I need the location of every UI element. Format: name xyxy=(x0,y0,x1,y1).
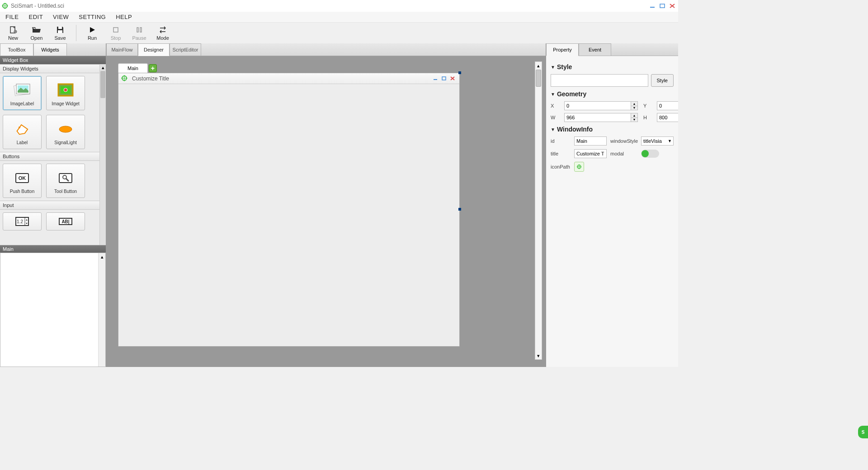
spin-down-icon[interactable]: ▼ xyxy=(631,106,637,110)
tab-toolbox[interactable]: ToolBox xyxy=(0,43,33,56)
scroll-down-icon[interactable]: ▾ xyxy=(535,352,542,359)
caret-down-icon: ▼ xyxy=(551,92,555,97)
scrollbar-thumb[interactable] xyxy=(536,70,541,87)
scroll-up-icon[interactable]: ▴ xyxy=(100,64,106,70)
section-windowinfo[interactable]: ▼WindowInfo xyxy=(551,126,674,133)
widget-label[interactable]: Label xyxy=(3,115,42,149)
design-close-icon[interactable] xyxy=(449,75,457,82)
menu-edit[interactable]: EDIT xyxy=(26,13,46,21)
title-field[interactable] xyxy=(574,149,607,158)
svg-text:OK: OK xyxy=(19,175,26,181)
menu-view[interactable]: VIEW xyxy=(50,13,71,21)
tab-designer[interactable]: Designer xyxy=(138,43,170,56)
svg-rect-4 xyxy=(660,4,665,8)
open-button[interactable]: Open xyxy=(27,25,46,41)
scroll-up-icon[interactable]: ▴ xyxy=(535,62,542,69)
tree-body[interactable]: ▴ xyxy=(0,253,106,367)
style-value-field[interactable] xyxy=(551,74,648,87)
canvas-area[interactable]: Main + Customize Title ▴ xyxy=(106,56,546,367)
widget-imagewidget[interactable]: Image Widget xyxy=(46,76,85,110)
section-style[interactable]: ▼Style xyxy=(551,63,674,70)
design-maximize-icon[interactable] xyxy=(441,75,448,82)
svg-point-21 xyxy=(64,88,67,92)
widget-signallight[interactable]: SignalLight xyxy=(46,115,85,149)
iconpath-button[interactable] xyxy=(574,162,584,172)
tab-mainflow[interactable]: MainFlow xyxy=(106,43,138,56)
tree-root-label[interactable]: Main xyxy=(0,245,106,253)
new-label: New xyxy=(8,35,18,41)
save-label: Save xyxy=(54,35,66,41)
canvas-scrollbar[interactable]: ▴ ▾ xyxy=(535,61,542,360)
geom-h-field[interactable] xyxy=(657,113,678,122)
tab-widgets[interactable]: Widgets xyxy=(33,43,67,56)
section-geometry[interactable]: ▼Geometry xyxy=(551,90,674,98)
windowstyle-combo[interactable]: titleVisia▼ xyxy=(641,136,674,146)
group-buttons[interactable]: Buttons xyxy=(0,152,106,161)
caret-down-icon: ▼ xyxy=(551,65,555,70)
mode-button[interactable]: Mode xyxy=(153,25,172,41)
design-minimize-icon[interactable] xyxy=(432,75,439,82)
pause-label: Pause xyxy=(132,35,146,41)
group-display-widgets[interactable]: Display Widgets xyxy=(0,64,106,73)
center-panel: MainFlow Designer ScriptEditor Main + Cu… xyxy=(106,43,546,367)
toolbar: New Open Save Run Stop Pause Mode xyxy=(0,23,678,43)
minimize-icon[interactable] xyxy=(648,3,656,9)
widget-imagelabel[interactable]: ImageLabel xyxy=(3,76,42,110)
geom-y-field[interactable] xyxy=(657,101,678,110)
resize-handle[interactable] xyxy=(458,71,461,74)
svg-rect-14 xyxy=(137,28,138,32)
widget-toolbutton-label: Tool Button xyxy=(54,189,77,194)
toolbox-scroll[interactable]: Display Widgets ImageLabel Image Widget … xyxy=(0,64,106,245)
save-button[interactable]: Save xyxy=(51,25,70,41)
menu-setting[interactable]: SETTING xyxy=(76,13,108,21)
tree-scroll-up-icon[interactable]: ▴ xyxy=(99,253,106,260)
id-field[interactable] xyxy=(574,136,607,146)
design-window[interactable]: Customize Title xyxy=(118,73,460,347)
tab-scripteditor[interactable]: ScriptEditor xyxy=(170,43,201,56)
tab-property[interactable]: Property xyxy=(546,43,579,56)
add-tab-button[interactable]: + xyxy=(149,64,157,72)
style-edit-button[interactable]: Style xyxy=(651,74,674,87)
signallight-icon xyxy=(57,119,75,139)
scrollbar-thumb[interactable] xyxy=(100,71,105,98)
spin-up-icon[interactable]: ▲ xyxy=(631,113,637,118)
svg-rect-12 xyxy=(58,30,62,33)
widget-spinbox[interactable]: 1.2 xyxy=(3,212,42,230)
widget-box-header: Widget Box xyxy=(0,56,106,64)
toolbar-separator xyxy=(76,25,76,41)
widget-toolbutton[interactable]: Tool Button xyxy=(46,164,85,198)
svg-point-22 xyxy=(19,127,20,128)
geom-w-field[interactable] xyxy=(564,113,631,122)
right-panel: Property Event ▼Style Style ▼Geometry X … xyxy=(546,43,678,367)
menu-file[interactable]: FILE xyxy=(3,13,21,21)
design-window-titlebar[interactable]: Customize Title xyxy=(118,73,459,84)
pushbutton-icon: OK xyxy=(13,168,31,188)
group-input[interactable]: Input xyxy=(0,201,106,210)
modal-toggle[interactable] xyxy=(641,150,659,158)
pause-button: Pause xyxy=(130,25,149,41)
stop-icon xyxy=(112,25,119,34)
new-button[interactable]: New xyxy=(4,25,23,41)
run-button[interactable]: Run xyxy=(83,25,102,41)
resize-handle[interactable] xyxy=(458,208,461,211)
folder-open-icon xyxy=(32,25,41,34)
design-window-body[interactable] xyxy=(118,84,459,346)
widget-imagelabel-label: ImageLabel xyxy=(10,101,34,106)
menu-help[interactable]: HELP xyxy=(113,13,135,21)
design-window-logo-icon xyxy=(121,75,128,82)
geom-x-field[interactable] xyxy=(564,101,631,110)
new-file-icon xyxy=(9,25,17,34)
close-icon[interactable] xyxy=(668,3,676,9)
widget-lineedit[interactable]: AB| xyxy=(46,212,85,230)
widget-pushbutton-label: Push Button xyxy=(10,189,34,194)
widget-pushbutton[interactable]: OK Push Button xyxy=(3,164,42,198)
spin-down-icon[interactable]: ▼ xyxy=(631,118,637,122)
spin-up-icon[interactable]: ▲ xyxy=(631,102,637,106)
design-window-title: Customize Title xyxy=(132,75,169,82)
save-icon xyxy=(56,25,64,34)
inner-tab-main[interactable]: Main xyxy=(118,63,148,73)
maximize-icon[interactable] xyxy=(658,3,666,9)
tab-event[interactable]: Event xyxy=(579,43,611,56)
mode-label: Mode xyxy=(156,35,169,41)
imagelabel-icon xyxy=(13,80,32,100)
